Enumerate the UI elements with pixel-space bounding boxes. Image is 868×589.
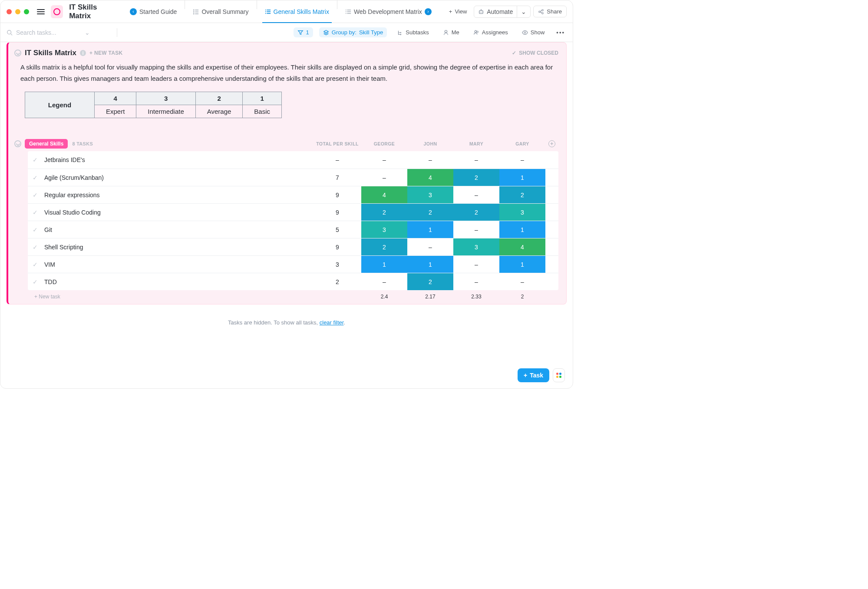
score-cell[interactable]: – — [453, 186, 499, 203]
close-window[interactable] — [7, 9, 12, 14]
subtasks-toggle[interactable]: Subtasks — [393, 27, 432, 37]
score-cell[interactable]: 1 — [407, 256, 453, 273]
score-cell[interactable]: 2 — [407, 204, 453, 221]
add-column-button[interactable]: + — [545, 140, 558, 147]
fab-container: + Task — [518, 368, 565, 382]
status-check-icon[interactable]: ✓ — [28, 151, 43, 169]
new-task-fab[interactable]: + Task — [518, 368, 549, 382]
new-task-button[interactable]: + New task — [34, 294, 60, 300]
score-cell[interactable]: 3 — [361, 221, 407, 238]
score-cell[interactable]: 3 — [407, 186, 453, 203]
score-cell[interactable]: – — [407, 238, 453, 255]
me-toggle[interactable]: Me — [439, 27, 463, 37]
status-check-icon[interactable]: ✓ — [28, 204, 43, 221]
svg-rect-10 — [265, 13, 266, 14]
score-cell[interactable]: – — [453, 256, 499, 273]
score-cell[interactable]: – — [361, 169, 407, 186]
section-collapse[interactable] — [14, 140, 21, 147]
task-name[interactable]: Shell Scripting — [43, 238, 314, 255]
table-row[interactable]: ✓Visual Studio Coding92223 — [28, 203, 558, 221]
table-row[interactable]: ✓Regular expressions943–2 — [28, 186, 558, 203]
task-name[interactable]: Git — [43, 221, 314, 238]
task-name[interactable]: Regular expressions — [43, 186, 314, 203]
task-name[interactable]: Agile (Scrum/Kanban) — [43, 169, 314, 186]
chevron-down-icon[interactable]: ⌄ — [85, 29, 90, 36]
score-cell[interactable]: – — [453, 151, 499, 169]
status-check-icon[interactable]: ✓ — [28, 169, 43, 186]
status-check-icon[interactable]: ✓ — [28, 186, 43, 203]
score-cell[interactable]: – — [361, 151, 407, 169]
search-input[interactable] — [16, 29, 81, 36]
apps-button[interactable] — [553, 368, 565, 382]
col-header-total[interactable]: TOTAL PER SKILL — [314, 141, 361, 146]
col-header[interactable]: GEORGE — [361, 141, 407, 146]
status-check-icon[interactable]: ✓ — [28, 256, 43, 273]
tab-web-development[interactable]: Web Development Matrix › — [339, 0, 438, 23]
tab-general-skills[interactable]: General Skills Matrix — [259, 0, 335, 23]
table-row[interactable]: ✓Shell Scripting92–34 — [28, 238, 558, 255]
score-cell[interactable]: – — [499, 151, 545, 169]
task-name[interactable]: TDD — [43, 273, 314, 290]
score-cell[interactable]: 4 — [407, 169, 453, 186]
clear-filter-link[interactable]: clear filter — [320, 319, 344, 326]
table-row[interactable]: ✓Git531–1 — [28, 221, 558, 238]
automate-button[interactable]: Automate ⌄ — [474, 6, 531, 18]
new-task-link[interactable]: + NEW TASK — [89, 50, 122, 56]
table-row[interactable]: ✓TDD2–2–– — [28, 273, 558, 290]
maximize-window[interactable] — [24, 9, 29, 14]
chevron-down-icon[interactable]: ⌄ — [517, 6, 530, 17]
workspace-logo[interactable] — [51, 5, 63, 18]
score-cell[interactable]: 3 — [453, 238, 499, 255]
score-cell[interactable]: – — [453, 273, 499, 290]
col-header[interactable]: MARY — [453, 141, 499, 146]
score-cell[interactable]: – — [499, 273, 545, 290]
info-icon[interactable]: i — [80, 50, 86, 56]
assignees-toggle[interactable]: Assignees — [469, 27, 512, 37]
score-cell[interactable]: 2 — [361, 204, 407, 221]
score-cell[interactable]: 1 — [407, 221, 453, 238]
task-name[interactable]: Visual Studio Coding — [43, 204, 314, 221]
score-cell[interactable]: 3 — [499, 204, 545, 221]
menu-icon[interactable] — [37, 9, 45, 14]
share-button[interactable]: Share — [533, 6, 567, 17]
score-cell[interactable]: 4 — [499, 238, 545, 255]
score-cell[interactable]: 1 — [499, 169, 545, 186]
label: View — [455, 8, 467, 15]
filter-chip[interactable]: 1 — [294, 27, 313, 37]
table-row[interactable]: ✓Jetbrains IDE's––––– — [28, 151, 558, 169]
minimize-window[interactable] — [15, 9, 20, 14]
score-cell[interactable]: 4 — [361, 186, 407, 203]
task-name[interactable]: Jetbrains IDE's — [43, 151, 314, 169]
col-header[interactable]: GARY — [499, 141, 545, 146]
add-view-button[interactable]: + View — [445, 6, 472, 17]
more-menu[interactable]: ••• — [554, 27, 567, 37]
score-cell[interactable]: – — [453, 221, 499, 238]
group-chip[interactable]: Group by: Skill Type — [319, 27, 387, 37]
status-check-icon[interactable]: ✓ — [28, 238, 43, 255]
score-cell[interactable]: 1 — [499, 221, 545, 238]
tab-started-guide[interactable]: ‹ Started Guide — [124, 0, 183, 23]
search-box[interactable]: ⌄ — [7, 29, 111, 36]
collapse-toggle[interactable] — [14, 50, 21, 56]
score-cell[interactable]: – — [407, 151, 453, 169]
status-check-icon[interactable]: ✓ — [28, 273, 43, 290]
tab-overall-summary[interactable]: Overall Summary — [187, 0, 254, 23]
nav-left-icon[interactable]: ‹ — [130, 8, 137, 15]
task-name[interactable]: VIM — [43, 256, 314, 273]
score-cell[interactable]: 2 — [407, 273, 453, 290]
table-row[interactable]: ✓Agile (Scrum/Kanban)7–421 — [28, 169, 558, 186]
score-cell[interactable]: 1 — [499, 256, 545, 273]
score-cell[interactable]: – — [361, 273, 407, 290]
score-cell[interactable]: 1 — [361, 256, 407, 273]
nav-right-icon[interactable]: › — [425, 8, 432, 15]
score-cell[interactable]: 2 — [453, 204, 499, 221]
score-cell[interactable]: 2 — [453, 169, 499, 186]
score-cell[interactable]: 2 — [361, 238, 407, 255]
show-toggle[interactable]: Show — [518, 27, 549, 37]
status-check-icon[interactable]: ✓ — [28, 221, 43, 238]
score-cell[interactable]: 2 — [499, 186, 545, 203]
section-badge[interactable]: General Skills — [25, 139, 68, 149]
table-row[interactable]: ✓VIM311–1 — [28, 255, 558, 273]
show-closed-toggle[interactable]: ✓ SHOW CLOSED — [512, 50, 558, 56]
col-header[interactable]: JOHN — [407, 141, 453, 146]
